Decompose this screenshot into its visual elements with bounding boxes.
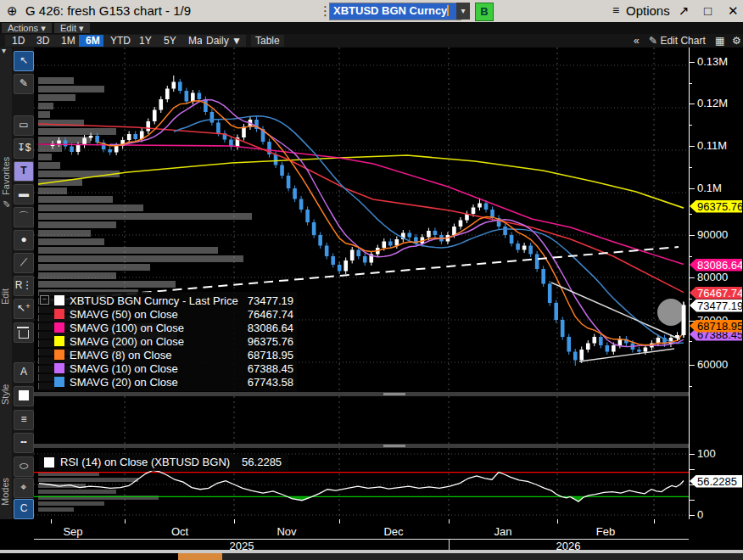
legend-row[interactable]: SMAVG (100) on Close83086.64 bbox=[42, 321, 293, 334]
close-icon[interactable]: ✕ bbox=[728, 3, 739, 19]
pointer-tool[interactable]: ↖ bbox=[14, 51, 34, 71]
legend-label: SMAVG (10) on Close bbox=[70, 362, 248, 375]
axis-tick bbox=[689, 469, 695, 470]
actions-menu[interactable]: Actions ▾ bbox=[2, 23, 52, 33]
axis-tick bbox=[689, 299, 692, 300]
select-plus-tool[interactable]: ↖⁺ bbox=[14, 299, 34, 319]
price-badge: 96375.76 bbox=[690, 200, 742, 213]
anchor-tool[interactable]: ⌖ bbox=[14, 478, 34, 498]
security-input[interactable]: XBTUSD BGN Curncy bbox=[329, 3, 461, 20]
price-marker-tool[interactable]: ↧$ bbox=[14, 138, 34, 159]
hamburger-icon: ≡ bbox=[612, 3, 619, 17]
time-axis[interactable]: SepOctNovDecJanFeb20252026 bbox=[0, 519, 743, 550]
legend-swatch bbox=[54, 363, 64, 373]
toolbar-gear-icon[interactable]: ⚙ bbox=[728, 35, 743, 47]
tab-3d[interactable]: 3D bbox=[30, 35, 57, 47]
trendline-tool[interactable]: ✎ bbox=[14, 74, 34, 94]
empty-panel bbox=[34, 396, 689, 444]
axis-label: 0.1M bbox=[697, 182, 722, 194]
legend-row[interactable]: SMAVG (50) on Close76467.74 bbox=[42, 307, 293, 321]
popout-icon[interactable]: ↗ bbox=[679, 3, 690, 19]
legend-row[interactable]: SMAVG (10) on Close67388.45 bbox=[42, 361, 293, 375]
security-dropdown-icon[interactable]: ▾ bbox=[456, 3, 470, 20]
price-badge: 83086.64 bbox=[690, 259, 742, 272]
arc-tool[interactable]: ⌒ bbox=[14, 207, 34, 227]
tab-1d[interactable]: 1D bbox=[5, 35, 32, 47]
window-title: G 426: fresh G153 chart - 1/9 bbox=[25, 3, 191, 18]
legend-label: SMAVG (200) on Close bbox=[70, 335, 248, 348]
axis-tick bbox=[689, 500, 695, 501]
legend-swatch bbox=[54, 309, 64, 319]
month-label: Nov bbox=[277, 525, 296, 538]
rsi-badge: 56.2285 bbox=[690, 475, 742, 488]
legend-row[interactable]: SMAVG (200) on Close96375.76 bbox=[42, 334, 293, 348]
taskbar-strip bbox=[0, 553, 743, 560]
trash-tool[interactable] bbox=[14, 322, 34, 343]
time-tick bbox=[51, 519, 52, 524]
legend-value: 73477.19 bbox=[248, 294, 293, 307]
month-label: Feb bbox=[596, 525, 615, 538]
time-tick bbox=[234, 519, 235, 524]
axis-tick bbox=[689, 321, 695, 322]
axis-tick bbox=[689, 188, 695, 189]
legend-row[interactable]: XBTUSD BGN Curncy - Last Price73477.19 bbox=[42, 294, 293, 307]
legend-swatch bbox=[54, 350, 64, 360]
time-tick bbox=[339, 519, 340, 524]
price-badge: 73477.19 bbox=[690, 300, 742, 312]
axis-tick bbox=[689, 277, 695, 278]
legend-value: 76467.74 bbox=[248, 308, 293, 321]
edit-chart-button[interactable]: ✎ Edit Chart bbox=[645, 35, 710, 47]
price-badge: 68718.95 bbox=[690, 320, 742, 333]
legend-swatch bbox=[54, 377, 64, 387]
legend-collapse-icon[interactable]: − bbox=[40, 295, 49, 305]
rsi-axis-label: 100 bbox=[697, 448, 716, 460]
regression-tool[interactable]: R⋮ bbox=[14, 276, 34, 296]
segment-tool[interactable]: ⟋ bbox=[14, 253, 34, 273]
options-button[interactable]: Options bbox=[626, 3, 670, 18]
month-label: Sep bbox=[63, 525, 82, 538]
axis-label: 60000 bbox=[697, 359, 728, 371]
axis-line bbox=[689, 48, 690, 524]
font-tool[interactable]: A bbox=[14, 362, 34, 383]
line-style-tool[interactable]: ╍ bbox=[14, 433, 34, 453]
table-button[interactable]: Table bbox=[251, 35, 284, 47]
axis-label: 0.11M bbox=[697, 140, 727, 152]
axis-tick bbox=[689, 365, 695, 366]
axis-tick bbox=[689, 515, 695, 516]
collapse-panel-icon[interactable]: « bbox=[629, 35, 644, 47]
axis-tick bbox=[689, 454, 695, 455]
sidebar-collapse-icon[interactable]: ▾ bbox=[2, 46, 6, 55]
tab-5y[interactable]: 5Y bbox=[157, 35, 184, 47]
candle-mode-tool[interactable]: C bbox=[14, 499, 34, 519]
chart-grid-icon[interactable]: ▦ bbox=[711, 35, 729, 47]
maximize-icon[interactable]: □ bbox=[704, 3, 712, 18]
year-separator-line bbox=[34, 539, 689, 540]
ellipse-tool[interactable]: ● bbox=[14, 230, 34, 250]
legend-row[interactable]: SMAVG (20) on Close67743.58 bbox=[42, 375, 293, 389]
axis-tick bbox=[689, 341, 692, 342]
horizontal-line-tool[interactable]: ▬ bbox=[14, 184, 34, 204]
rectangle-tool[interactable]: ▭ bbox=[14, 115, 34, 136]
drawing-toolbar: ▾ ✎ FavoritesEditStyleModes↖✎▭↧$T▬⌒●⟋R⋮↖… bbox=[0, 48, 34, 560]
toolbar: 1D3D1M6MYTD1Y5YMax Daily ▼ Table « ✎ Edi… bbox=[0, 34, 743, 48]
line-width-tool[interactable]: ≡ bbox=[14, 410, 34, 430]
rsi-legend[interactable]: RSI (14) on Close (XBTUSD BGN) 56.2285 bbox=[39, 454, 288, 471]
title-bar: ⊕ G 426: fresh G153 chart - 1/9 ⋮ XBTUSD… bbox=[0, 0, 743, 22]
axis-tick bbox=[689, 83, 692, 84]
chart-legend[interactable]: − XBTUSD BGN Curncy - Last Price73477.19… bbox=[39, 292, 297, 391]
tab-1y[interactable]: 1Y bbox=[132, 35, 159, 47]
month-label: Oct bbox=[171, 525, 188, 538]
legend-row[interactable]: EMAVG (8) on Close68718.95 bbox=[42, 348, 293, 361]
text-tool[interactable]: T bbox=[14, 161, 34, 182]
time-tick bbox=[557, 519, 558, 524]
fill-color-tool[interactable] bbox=[14, 386, 34, 406]
move-icon[interactable]: ⊕ bbox=[7, 3, 18, 19]
period-dropdown[interactable]: Daily ▼ bbox=[202, 35, 246, 47]
edit-menu[interactable]: Edit ▾ bbox=[54, 23, 90, 33]
axis-label: 90000 bbox=[697, 229, 728, 241]
legend-value: 96375.76 bbox=[248, 335, 293, 348]
time-tick bbox=[125, 519, 126, 524]
b-button[interactable]: B bbox=[475, 3, 494, 21]
draw-ellipse-tool[interactable]: ⬭ bbox=[14, 456, 34, 477]
price-axis[interactable]: 0.13M0.12M0.11M0.1M900008000070000600009… bbox=[689, 48, 743, 550]
